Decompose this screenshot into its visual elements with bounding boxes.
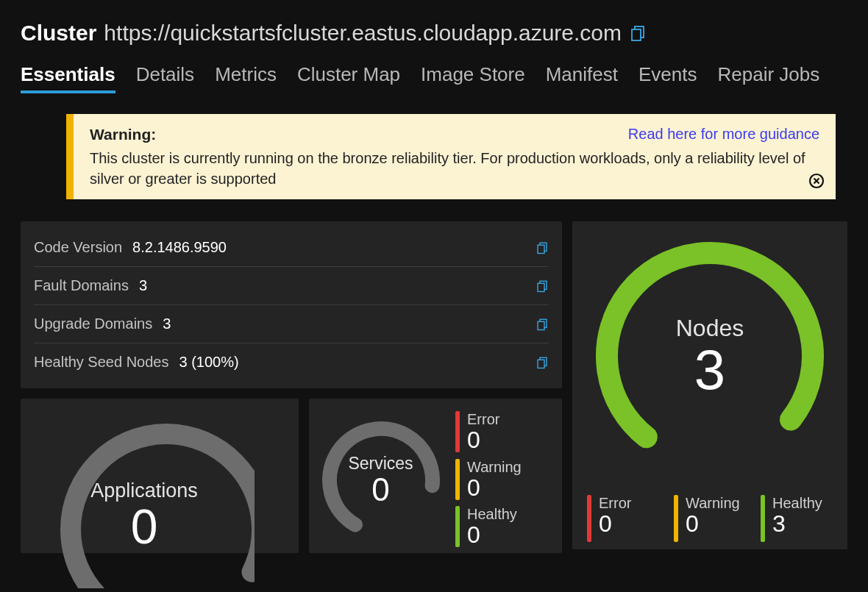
page-header: Cluster https://quickstartsfcluster.east… (21, 21, 847, 46)
error-bar-icon (455, 411, 460, 452)
copy-icon[interactable] (536, 356, 549, 369)
info-value: 3 (139, 277, 147, 294)
services-count: 0 (348, 474, 413, 506)
stat-healthy: Healthy0 (455, 506, 522, 548)
tab-events[interactable]: Events (638, 63, 697, 93)
info-label: Code Version (34, 239, 122, 256)
svg-rect-4 (538, 245, 544, 253)
info-value: 3 (100%) (179, 354, 238, 371)
tab-repair-jobs[interactable]: Repair Jobs (717, 63, 819, 93)
warning-bar-icon (455, 459, 460, 500)
info-label: Fault Domains (34, 277, 129, 294)
tab-details[interactable]: Details (136, 63, 194, 93)
info-row-fault-domains: Fault Domains 3 (34, 267, 549, 305)
warning-label: Warning: (90, 126, 156, 143)
stat-error: Error0 (587, 495, 659, 542)
info-value: 3 (163, 315, 171, 332)
warning-banner: Warning: Read here for more guidance Thi… (66, 114, 836, 199)
close-warning-icon[interactable] (808, 172, 825, 193)
warning-guidance-link[interactable]: Read here for more guidance (628, 126, 819, 143)
svg-rect-1 (632, 29, 641, 40)
tab-image-store[interactable]: Image Store (421, 63, 525, 93)
copy-icon[interactable] (536, 241, 549, 254)
nodes-panel: Nodes 3 Error0 Warning0 Healthy3 (572, 221, 847, 549)
warning-text: This cluster is currently running on the… (90, 148, 819, 189)
info-label: Upgrade Domains (34, 315, 152, 332)
healthy-bar-icon (761, 495, 765, 542)
info-row-code-version: Code Version 8.2.1486.9590 (34, 229, 549, 267)
page-title: Cluster (21, 21, 96, 46)
info-row-healthy-seed-nodes: Healthy Seed Nodes 3 (100%) (34, 343, 549, 381)
stat-error: Error0 (455, 411, 522, 453)
services-panel: Services 0 Error0 Warning0 He (309, 399, 562, 553)
copy-icon[interactable] (536, 318, 549, 331)
copy-url-icon[interactable] (629, 24, 647, 42)
applications-count: 0 (90, 502, 198, 551)
svg-rect-6 (538, 283, 544, 291)
healthy-bar-icon (455, 506, 460, 547)
services-label: Services (348, 454, 413, 474)
services-stats: Error0 Warning0 Healthy0 (455, 411, 522, 548)
nodes-label: Nodes (676, 315, 744, 342)
tab-metrics[interactable]: Metrics (215, 63, 277, 93)
info-row-upgrade-domains: Upgrade Domains 3 (34, 305, 549, 343)
warning-bar-icon (674, 495, 678, 542)
stat-healthy: Healthy3 (761, 495, 833, 542)
tab-cluster-map[interactable]: Cluster Map (297, 63, 400, 93)
copy-icon[interactable] (536, 279, 549, 293)
nodes-stats: Error0 Warning0 Healthy3 (586, 495, 834, 542)
tab-manifest[interactable]: Manifest (546, 63, 618, 93)
error-bar-icon (587, 495, 591, 542)
applications-panel: Applications 0 (21, 399, 299, 553)
cluster-info-panel: Code Version 8.2.1486.9590 Fault Domains… (21, 221, 562, 388)
stat-warning: Warning0 (674, 495, 746, 542)
svg-rect-8 (538, 321, 544, 329)
info-value: 8.2.1486.9590 (132, 239, 227, 256)
info-label: Healthy Seed Nodes (34, 354, 168, 371)
cluster-url: https://quickstartsfcluster.eastus.cloud… (104, 21, 622, 46)
tab-bar: Essentials Details Metrics Cluster Map I… (21, 63, 847, 93)
tab-essentials[interactable]: Essentials (21, 63, 115, 93)
svg-rect-10 (538, 360, 544, 368)
nodes-count: 3 (676, 342, 744, 398)
stat-warning: Warning0 (455, 459, 522, 501)
